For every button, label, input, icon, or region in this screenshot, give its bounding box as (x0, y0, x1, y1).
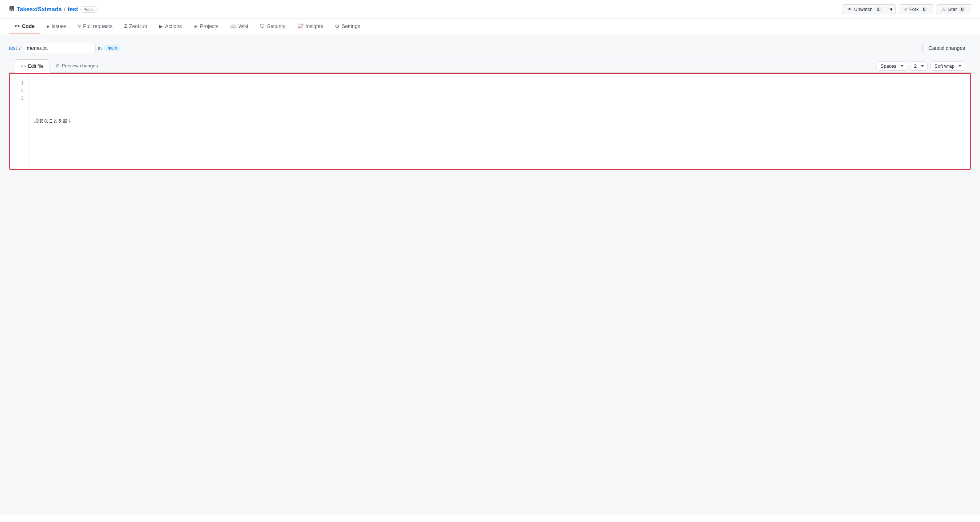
line-num-2: 2 (14, 87, 24, 95)
visibility-badge: Public (80, 6, 98, 13)
settings-icon: ⚙ (335, 23, 340, 29)
edit-file-label: Edit file (28, 63, 44, 69)
tab-projects-label: Projects (200, 23, 219, 29)
editor-toolbar: <> Edit file ⊙ Preview changes Spaces 2 … (9, 59, 971, 73)
preview-icon: ⊙ (56, 63, 60, 68)
insights-icon: 📈 (297, 23, 304, 29)
editor-container: <> Edit file ⊙ Preview changes Spaces 2 … (9, 59, 971, 170)
watch-button[interactable]: 👁 Unwatch 1 (842, 4, 887, 14)
repo-title: TakesxiSximada / test Public (9, 6, 98, 13)
softwrap-select[interactable]: Soft wrap (931, 62, 965, 71)
wiki-icon: 📖 (230, 23, 236, 29)
fork-button-group: ⑂ Fork 0 (899, 4, 933, 14)
star-icon: ☆ (941, 6, 946, 12)
eye-icon: 👁 (847, 6, 852, 12)
tab-settings[interactable]: ⚙ Settings (329, 19, 366, 34)
preview-changes-tab[interactable]: ⊙ Preview changes (50, 59, 104, 73)
code-editor-wrapper: 1 2 3 必要なことを書く (9, 73, 971, 170)
code-editor: 1 2 3 必要なことを書く (10, 74, 970, 169)
tab-pr-label: Pull requests (83, 23, 113, 29)
watch-dropdown-button[interactable]: ▾ (887, 4, 896, 14)
issues-icon: ● (46, 23, 49, 29)
tab-security[interactable]: 🛡 Security (254, 19, 291, 34)
star-count: 0 (959, 7, 966, 12)
branch-badge: main (104, 45, 121, 51)
fork-button[interactable]: ⑂ Fork 0 (899, 4, 933, 14)
repo-name-link[interactable]: test (68, 6, 78, 13)
tab-issues-label: Issues (51, 23, 66, 29)
top-actions: 👁 Unwatch 1 ▾ ⑂ Fork 0 ☆ Star 0 (842, 4, 971, 14)
code-line-2: 必要なことを書く (34, 117, 964, 125)
tab-actions[interactable]: ▶ Actions (153, 19, 188, 34)
fork-label: Fork (909, 6, 919, 12)
line-num-3: 3 (14, 95, 24, 103)
code-brackets-icon: <> (21, 64, 26, 68)
watch-count: 1 (875, 7, 881, 12)
star-button[interactable]: ☆ Star 0 (936, 4, 971, 14)
star-label: Star (948, 6, 957, 12)
tab-actions-label: Actions (165, 23, 182, 29)
file-path-left: test / in main (9, 43, 121, 53)
breadcrumb-repo-link[interactable]: test (9, 45, 17, 51)
code-line-1 (34, 95, 964, 103)
tab-zenhub[interactable]: Z ZenHub (118, 19, 153, 34)
watch-button-group: 👁 Unwatch 1 ▾ (842, 4, 896, 14)
code-content[interactable]: 必要なことを書く (29, 74, 970, 169)
star-button-group: ☆ Star 0 (936, 4, 971, 14)
fork-count: 0 (921, 7, 928, 12)
code-icon: <> (14, 24, 20, 29)
file-path-bar: test / in main Cancel changes (9, 43, 971, 53)
repo-owner-link[interactable]: TakesxiSximada (17, 6, 62, 13)
repo-separator: / (64, 6, 65, 13)
editor-options: Spaces 2 Soft wrap (877, 62, 965, 71)
tab-code-label: Code (22, 23, 35, 29)
tab-zenhub-label: ZenHub (129, 23, 147, 29)
preview-changes-label: Preview changes (62, 63, 98, 68)
editor-tabs: <> Edit file ⊙ Preview changes (15, 59, 104, 73)
security-icon: 🛡 (260, 23, 265, 29)
pr-icon: ⑂ (78, 23, 81, 29)
tab-navigation: <> Code ● Issues ⑂ Pull requests Z ZenHu… (0, 19, 980, 34)
tab-wiki-label: Wiki (239, 23, 248, 29)
actions-icon: ▶ (159, 23, 163, 29)
tab-code[interactable]: <> Code (9, 19, 40, 34)
tab-insights[interactable]: 📈 Insights (291, 19, 329, 34)
tab-insights-label: Insights (305, 23, 323, 29)
tab-security-label: Security (267, 23, 286, 29)
zenhub-icon: Z (124, 24, 127, 29)
fork-icon: ⑂ (904, 6, 907, 12)
watch-label: Unwatch (854, 6, 873, 12)
line-numbers: 1 2 3 (10, 74, 29, 169)
breadcrumb-separator: / (19, 45, 21, 51)
tab-settings-label: Settings (342, 23, 360, 29)
indent-size-select[interactable]: 2 (910, 62, 928, 71)
top-navigation: TakesxiSximada / test Public 👁 Unwatch 1… (0, 0, 980, 19)
projects-icon: ⊞ (193, 23, 198, 29)
filename-input[interactable] (22, 43, 95, 53)
tab-pull-requests[interactable]: ⑂ Pull requests (72, 19, 118, 34)
tab-wiki[interactable]: 📖 Wiki (224, 19, 254, 34)
code-line-3 (34, 140, 964, 148)
cancel-changes-button[interactable]: Cancel changes (923, 43, 971, 53)
tab-projects[interactable]: ⊞ Projects (188, 19, 224, 34)
spaces-select[interactable]: Spaces (877, 62, 907, 71)
in-label: in (98, 45, 102, 51)
main-content: test / in main Cancel changes <> Edit fi… (0, 34, 980, 515)
line-num-1: 1 (14, 80, 24, 87)
repo-icon (9, 6, 14, 13)
edit-file-tab[interactable]: <> Edit file (15, 59, 50, 73)
tab-issues[interactable]: ● Issues (40, 19, 72, 34)
